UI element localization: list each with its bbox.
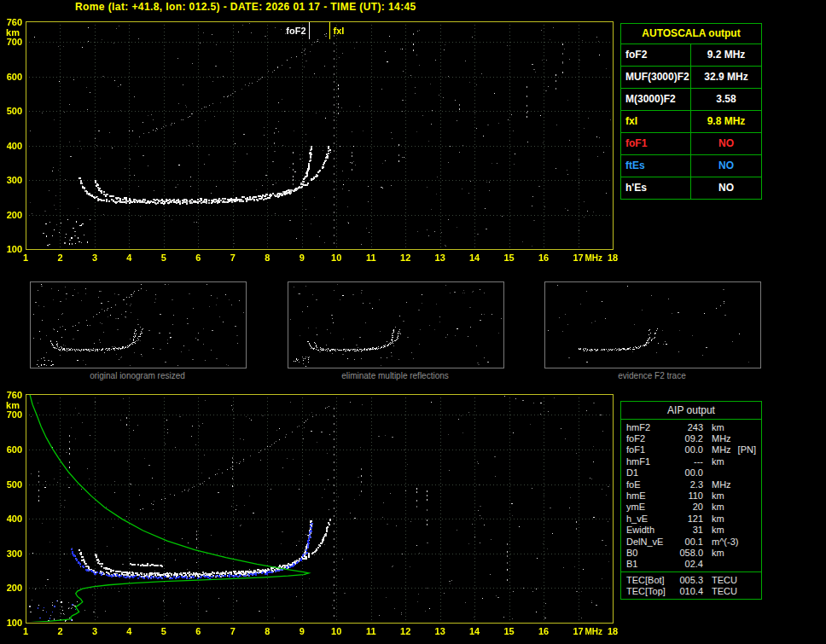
- aip-row-label: hmF2: [621, 422, 672, 432]
- aip-row-label: Ewidth: [621, 525, 672, 535]
- aip-row-value: 110: [672, 490, 703, 501]
- aip-row-foE: foE2.3MHz: [621, 479, 761, 490]
- thumbnail-caption-eliminate: eliminate multiple reflections: [288, 371, 503, 380]
- autoscala-row-value: 3.58: [691, 89, 761, 110]
- autoscala-row-value: NO: [691, 155, 761, 177]
- aip-row-D1: D100.0: [621, 467, 761, 479]
- aip-row-unit: km: [703, 456, 724, 467]
- aip-table-tec-rows: TEC[Bot]005.3TECUTEC[Top]010.4TECU: [621, 571, 761, 599]
- aip-row-value: 243: [672, 422, 703, 432]
- aip-row-foF1: foF100.0MHz[PN]: [621, 444, 761, 455]
- autoscala-row-label: foF2: [621, 44, 691, 66]
- autoscala-table-rows: foF29.2 MHzMUF(3000)F232.9 MHzM(3000)F23…: [621, 44, 761, 199]
- aip-row-label: TEC[Top]: [621, 586, 672, 596]
- aip-row-B0: B0058.0km: [621, 547, 761, 558]
- autoscala-row-label: fxI: [621, 111, 691, 132]
- aip-row-hmF1: hmF1---km: [621, 455, 761, 467]
- aip-row-label: foE: [621, 479, 672, 490]
- aip-row-value: 121: [672, 513, 703, 524]
- aip-row-unit: km: [703, 513, 724, 524]
- aip-row-h_vE: h_vE121km: [621, 513, 761, 524]
- header-title: Rome (lat: +41.8, lon: 012.5) - DATE: 20…: [75, 1, 416, 13]
- aip-row-unit: MHz: [703, 433, 731, 444]
- aip-row-hmE: hmE110km: [621, 490, 761, 501]
- autoscala-row-label: M(3000)F2: [621, 89, 691, 110]
- autoscala-table-title: AUTOSCALA output: [621, 24, 761, 44]
- autoscala-row-value: 32.9 MHz: [691, 67, 761, 88]
- aip-row-label: B1: [621, 559, 672, 569]
- autoscala-row-label: ftEs: [621, 155, 691, 177]
- autoscala-row-label: h'Es: [621, 177, 691, 199]
- aip-row-label: B0: [621, 548, 672, 558]
- thumbnail-caption-evidence: evidence F2 trace: [544, 371, 759, 380]
- aip-row-value: 058.0: [672, 548, 703, 558]
- autoscala-window: Rome (lat: +41.8, lon: 012.5) - DATE: 20…: [0, 0, 826, 644]
- aip-row-value: ---: [672, 456, 703, 467]
- aip-row-unit: MHz: [703, 444, 731, 455]
- aip-row-unit: km: [703, 525, 724, 535]
- autoscala-row-value: 9.8 MHz: [691, 111, 761, 132]
- aip-row-value: 005.3: [672, 575, 703, 585]
- autoscala-row-foF2: foF29.2 MHz: [621, 44, 761, 67]
- aip-row-value: 00.1: [672, 537, 703, 547]
- aip-row-value: 010.4: [672, 586, 703, 596]
- aip-row-B1: B102.4: [621, 559, 761, 570]
- aip-row-label: hmE: [621, 490, 672, 501]
- autoscala-row-value: NO: [691, 133, 761, 154]
- aip-row-foF2: foF209.2MHz: [621, 432, 761, 444]
- autoscala-row-h'Es: h'EsNO: [621, 177, 761, 199]
- autoscala-row-label: MUF(3000)F2: [621, 67, 691, 88]
- top-ionogram-canvas: [0, 15, 621, 271]
- aip-row-unit: km: [703, 490, 724, 501]
- aip-output-table: AIP output hmF2243kmfoF209.2MHzfoF100.0M…: [620, 401, 762, 600]
- aip-row-TEC[Top]: TEC[Top]010.4TECU: [621, 585, 761, 596]
- aip-row-label: ymE: [621, 502, 672, 512]
- aip-row-DelN_vE: DelN_vE00.1m^(-3): [621, 536, 761, 547]
- aip-row-value: 2.3: [672, 479, 703, 490]
- aip-row-value: 20: [672, 502, 703, 512]
- autoscala-row-value: NO: [691, 177, 761, 199]
- thumbnail-eliminate-reflections: [288, 281, 504, 368]
- aip-row-unit: TECU: [703, 575, 737, 585]
- bottom-ionogram-canvas: [0, 388, 621, 644]
- autoscala-row-foF1: foF1NO: [621, 133, 761, 155]
- aip-row-unit: km: [703, 422, 724, 432]
- aip-row-unit: TECU: [703, 586, 737, 596]
- aip-table-rows: hmF2243kmfoF209.2MHzfoF100.0MHz[PN]hmF1-…: [621, 420, 761, 571]
- aip-row-suffix: [PN]: [738, 444, 761, 455]
- aip-row-label: h_vE: [621, 513, 672, 524]
- autoscala-row-label: foF1: [621, 133, 691, 154]
- aip-row-label: hmF1: [621, 456, 672, 467]
- aip-row-TEC[Bot]: TEC[Bot]005.3TECU: [621, 574, 761, 585]
- aip-row-label: TEC[Bot]: [621, 575, 672, 585]
- aip-row-unit: MHz: [703, 479, 731, 490]
- autoscala-row-ftEs: ftEsNO: [621, 155, 761, 177]
- aip-row-unit: m^(-3): [703, 537, 738, 547]
- autoscala-row-MUF(3000)F2: MUF(3000)F232.9 MHz: [621, 67, 761, 89]
- aip-row-value: 31: [672, 525, 703, 535]
- autoscala-output-table: AUTOSCALA output foF29.2 MHzMUF(3000)F23…: [620, 23, 762, 200]
- thumbnail-original-ionogram: [30, 281, 247, 368]
- aip-row-label: foF2: [621, 433, 672, 444]
- aip-row-ymE: ymE20km: [621, 502, 761, 513]
- autoscala-row-value: 9.2 MHz: [691, 44, 761, 66]
- aip-row-value: 00.0: [672, 444, 703, 455]
- autoscala-row-M(3000)F2: M(3000)F23.58: [621, 89, 761, 111]
- aip-row-value: 02.4: [672, 559, 703, 569]
- aip-row-hmF2: hmF2243km: [621, 421, 761, 432]
- thumbnail-evidence-f2-trace: [544, 281, 761, 368]
- aip-row-label: DelN_vE: [621, 537, 672, 547]
- aip-row-value: 00.0: [672, 467, 703, 478]
- thumbnail-caption-original: original ionogram resized: [30, 371, 245, 380]
- aip-row-label: D1: [621, 467, 672, 478]
- aip-table-title: AIP output: [621, 402, 761, 420]
- autoscala-row-fxI: fxI9.8 MHz: [621, 111, 761, 133]
- aip-row-value: 09.2: [672, 433, 703, 444]
- aip-row-Ewidth: Ewidth31km: [621, 525, 761, 536]
- aip-row-unit: km: [703, 502, 724, 512]
- aip-row-label: foF1: [621, 444, 672, 455]
- aip-row-unit: km: [703, 548, 724, 558]
